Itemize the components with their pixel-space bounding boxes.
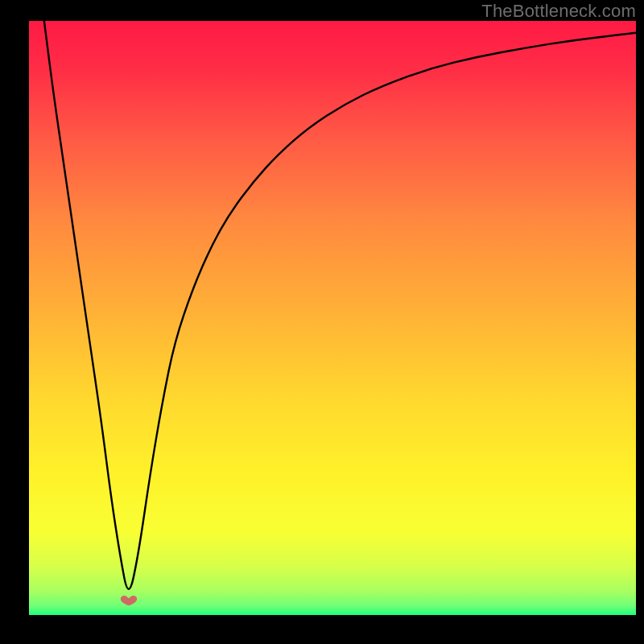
watermark-text: TheBottleneck.com xyxy=(481,1,636,22)
optimal-point-marker xyxy=(118,593,139,608)
bottleneck-curve xyxy=(29,21,636,615)
plot-area xyxy=(29,21,636,615)
curve-path xyxy=(44,21,636,589)
heart-icon xyxy=(121,595,137,605)
